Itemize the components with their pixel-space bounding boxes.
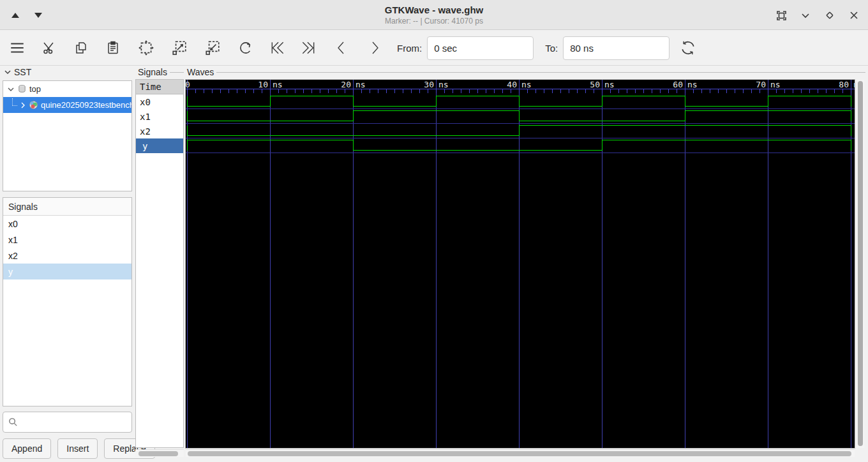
search-icon — [8, 417, 18, 427]
wave-name-label: x2 — [140, 126, 151, 137]
waveform-svg: 010ns20ns30ns40ns50ns60ns70ns80ns — [186, 80, 855, 448]
title-block: GTKWave - wave.ghw Marker: -- | Cursor: … — [385, 4, 483, 26]
sst-label: SST — [14, 67, 31, 77]
zoom-fit-button[interactable] — [137, 38, 156, 58]
next-edge-button[interactable] — [365, 38, 384, 58]
module-icon — [29, 100, 38, 110]
to-input[interactable] — [563, 36, 670, 60]
chevron-down-icon — [800, 10, 811, 20]
skip-start-icon — [269, 40, 286, 56]
time-header: Time — [136, 80, 183, 94]
append-button[interactable]: Append — [3, 438, 51, 459]
signal-label: x0 — [8, 219, 18, 229]
tree-guide-line — [12, 98, 17, 106]
close-icon — [849, 10, 859, 20]
clipboard-icon — [105, 40, 121, 56]
undo-arrow-icon — [237, 40, 254, 56]
zoom-out-button[interactable] — [203, 38, 222, 58]
tree-row-testbench[interactable]: quine20250923testbench — [3, 97, 131, 113]
down-triangle-icon — [34, 13, 42, 18]
tree-row-top[interactable]: top — [3, 81, 131, 97]
names-horizontal-scrollbar[interactable] — [135, 449, 184, 457]
zoom-out-icon — [204, 40, 221, 56]
signal-label: y — [8, 267, 13, 277]
wave-name-x0[interactable]: x0 — [136, 94, 183, 109]
expander-open-icon — [7, 86, 15, 93]
fullscreen-icon — [776, 10, 787, 21]
tree-row-label: top — [29, 84, 41, 94]
prev-edge-button[interactable] — [332, 38, 351, 58]
svg-text:40: 40 — [507, 80, 517, 89]
marker-cursor-status: Marker: -- | Cursor: 41070 ps — [385, 17, 483, 26]
frame-label-text: Signals — [138, 67, 167, 77]
zoom-in-icon — [171, 40, 188, 56]
nav-down-button[interactable] — [29, 9, 47, 22]
sst-tree: top quine20250923testbench — [3, 80, 132, 191]
sst-expander[interactable]: SST — [4, 67, 31, 77]
signal-list-item-x2[interactable]: x2 — [3, 248, 131, 264]
undo-button[interactable] — [236, 38, 255, 58]
scissors-icon — [41, 40, 57, 56]
from-input[interactable] — [427, 36, 534, 60]
frame-line — [216, 72, 865, 73]
fullscreen-button[interactable] — [774, 8, 789, 23]
minimize-button[interactable] — [798, 8, 813, 23]
menu-button[interactable] — [8, 38, 27, 58]
waves-horizontal-scrollbar[interactable] — [186, 449, 855, 457]
scrollbar-thumb[interactable] — [138, 451, 178, 456]
skip-to-start-button[interactable] — [268, 38, 287, 58]
close-button[interactable] — [846, 8, 862, 23]
paste-button[interactable] — [103, 38, 123, 58]
svg-text:ns: ns — [273, 80, 283, 89]
wave-canvas[interactable]: 010ns20ns30ns40ns50ns60ns70ns80ns — [185, 79, 855, 449]
copy-icon — [73, 40, 89, 56]
wave-name-label: x0 — [140, 97, 151, 107]
skip-to-end-button[interactable] — [299, 38, 318, 58]
signal-search-box — [3, 412, 132, 433]
tree-row-label: quine20250923testbench — [41, 100, 132, 110]
svg-text:ns: ns — [853, 80, 855, 89]
toolbar: From: To: — [0, 31, 868, 66]
hamburger-icon — [9, 40, 26, 56]
copy-button[interactable] — [71, 38, 91, 58]
signal-label: x1 — [8, 235, 18, 245]
signal-list-item-x1[interactable]: x1 — [3, 232, 131, 248]
waves-vertical-scrollbar[interactable] — [857, 80, 864, 448]
signal-label: x2 — [8, 251, 18, 261]
wave-names-frame-label: Signals — [138, 67, 184, 77]
svg-text:ns: ns — [355, 80, 366, 89]
waves-frame-label: Waves — [187, 67, 865, 77]
up-triangle-icon — [11, 13, 19, 18]
scrollbar-thumb[interactable] — [858, 81, 863, 446]
svg-text:0: 0 — [186, 80, 190, 89]
svg-text:ns: ns — [438, 80, 449, 89]
chevron-right-icon — [367, 40, 382, 56]
signal-list-item-x0[interactable]: x0 — [3, 216, 131, 232]
wave-name-label: x1 — [140, 112, 151, 122]
signals-list-header: Signals — [3, 198, 131, 216]
zoom-fit-icon — [138, 40, 154, 56]
diamond-icon — [824, 10, 835, 21]
signals-list-panel: Signals x0 x1 x2 y — [3, 197, 132, 406]
cut-button[interactable] — [40, 38, 59, 58]
search-input[interactable] — [22, 417, 137, 428]
wave-name-x2[interactable]: x2 — [136, 124, 183, 138]
wave-name-y[interactable]: y — [136, 138, 183, 153]
svg-text:ns: ns — [521, 80, 532, 89]
zoom-in-button[interactable] — [170, 38, 189, 58]
window-title: GTKWave - wave.ghw — [385, 4, 483, 15]
insert-button[interactable]: Insert — [57, 438, 98, 459]
reload-button[interactable] — [678, 38, 698, 58]
scrollbar-thumb[interactable] — [188, 451, 851, 456]
svg-text:20: 20 — [341, 80, 351, 89]
svg-text:30: 30 — [424, 80, 434, 89]
reload-icon — [679, 39, 697, 57]
wave-name-x1[interactable]: x1 — [136, 109, 183, 124]
maximize-button[interactable] — [822, 8, 837, 23]
expander-closed-icon — [20, 101, 26, 109]
frame-label-text: Waves — [187, 67, 214, 77]
svg-text:ns: ns — [770, 80, 781, 89]
svg-text:ns: ns — [687, 80, 698, 89]
signal-list-item-y[interactable]: y — [3, 264, 131, 279]
nav-up-button[interactable] — [6, 9, 24, 22]
